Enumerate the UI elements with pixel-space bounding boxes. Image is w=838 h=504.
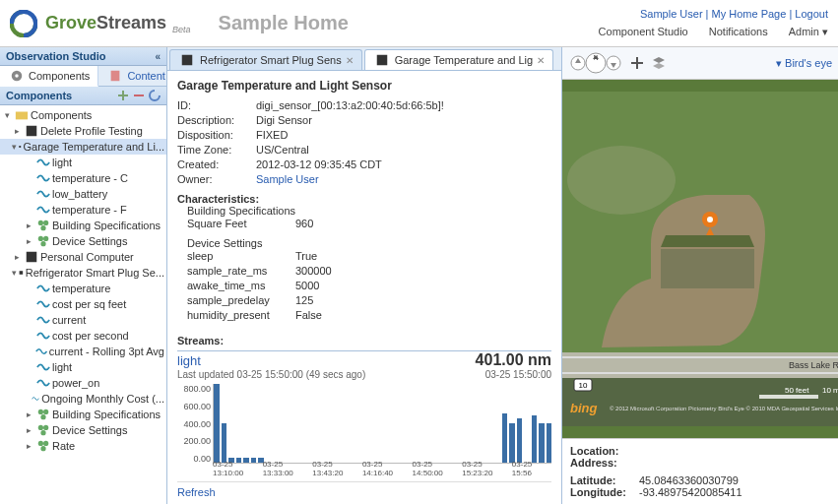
stream-icon <box>36 282 50 295</box>
tree-low-batt[interactable]: low_battery <box>0 186 166 202</box>
svg-text:Bass Lake Rd: Bass Lake Rd <box>789 360 838 370</box>
tree-cost-sqft[interactable]: cost per sq feet <box>0 296 166 312</box>
svg-rect-27 <box>376 55 387 66</box>
layers-icon[interactable] <box>651 55 667 71</box>
tree-temperature[interactable]: temperature <box>0 281 166 296</box>
tree-personal-comp[interactable]: ▸Personal Computer <box>0 249 166 265</box>
logo-wrap: GroveStreams Beta Sample Home <box>10 10 349 37</box>
close-icon[interactable]: ✕ <box>346 55 354 66</box>
stream-light-name[interactable]: light <box>177 353 201 368</box>
tree-garage[interactable]: ▾Garage Temperature and Li... <box>0 139 166 155</box>
component-tree[interactable]: ▾Components ▸Delete Profile Testing ▾Gar… <box>0 105 166 504</box>
hum-value: False <box>295 308 322 323</box>
group-icon <box>36 408 50 421</box>
svg-text:bing: bing <box>570 401 597 415</box>
tree-rate[interactable]: ▸Rate <box>0 438 166 454</box>
nav-notifications[interactable]: Notifications <box>709 26 768 37</box>
svg-text:50 feet: 50 feet <box>785 386 809 395</box>
component-icon <box>25 124 38 138</box>
stream-icon <box>36 313 50 327</box>
tree-light[interactable]: light <box>0 155 166 170</box>
stream-light-updated: Last updated 03-25 15:50:00 (49 secs ago… <box>177 369 365 380</box>
stream-icon <box>36 329 50 343</box>
stream-light: light401.00 nm Last updated 03-25 15:50:… <box>177 351 551 482</box>
tree-power-on[interactable]: power_on <box>0 375 166 391</box>
map[interactable]: Bass Lake Rd 10 50 feet10 m bing © 2012 … <box>562 80 838 438</box>
awake-value: 5000 <box>295 279 319 293</box>
tree-dev-set2[interactable]: ▸Device Settings <box>0 422 166 438</box>
owner-link[interactable]: Sample User <box>256 173 319 185</box>
tab-content-label: Content <box>127 70 165 82</box>
logout-link[interactable]: Logout <box>795 8 828 20</box>
tree-ongoing[interactable]: Ongoing Monthly Cost (... <box>0 391 166 407</box>
sqft-label: Square Feet <box>187 217 295 231</box>
tree-current[interactable]: current <box>0 312 166 328</box>
tree-delete-profile[interactable]: ▸Delete Profile Testing <box>0 123 166 139</box>
nav-component-studio[interactable]: Component Studio <box>599 26 688 37</box>
map-toolbar: N ▾ Bird's eye <box>562 47 838 80</box>
tab-content[interactable]: Content <box>98 66 174 86</box>
svg-point-20 <box>38 425 43 430</box>
svg-point-18 <box>43 410 48 414</box>
address-label: Address: <box>570 457 639 469</box>
header: GroveStreams Beta Sample Home Sample Use… <box>0 0 838 47</box>
close-icon[interactable]: ✕ <box>537 55 545 66</box>
svg-rect-15 <box>27 252 37 263</box>
characteristics-label: Characteristics: <box>177 193 551 205</box>
location-box: Location: Address: Latitude:45.084633600… <box>562 438 838 504</box>
dset-label: Device Settings <box>187 237 551 249</box>
tab-fridge[interactable]: Refrigerator Smart Plug Sens ✕ <box>169 49 362 70</box>
refresh-link[interactable]: Refresh <box>177 486 551 498</box>
zoom-icon[interactable] <box>629 55 645 71</box>
svg-rect-16 <box>20 271 24 275</box>
tree-dev-set[interactable]: ▸Device Settings <box>0 233 166 249</box>
refresh-icon[interactable] <box>149 90 161 101</box>
add-icon[interactable] <box>117 90 129 101</box>
tree-cost-sec[interactable]: cost per second <box>0 328 166 344</box>
folder-icon <box>15 108 29 122</box>
predelay-value: 125 <box>295 293 313 308</box>
svg-point-17 <box>38 410 43 414</box>
tree-fridge[interactable]: ▾Refrigerator Smart Plug Se... <box>0 265 166 281</box>
tree-root[interactable]: ▾Components <box>0 107 166 123</box>
remove-icon[interactable] <box>133 90 145 101</box>
nav-admin[interactable]: Admin ▾ <box>789 26 828 38</box>
tree-build-spec[interactable]: ▸Building Specifications <box>0 218 166 233</box>
stream-icon <box>36 203 50 217</box>
tree-current-roll[interactable]: current - Rolling 3pt Avg <box>0 344 166 359</box>
tab-components[interactable]: Components <box>0 66 98 87</box>
svg-point-22 <box>40 430 45 435</box>
tree-build-spec2[interactable]: ▸Building Specifications <box>0 407 166 422</box>
svg-point-1 <box>15 74 19 78</box>
user-link[interactable]: Sample User <box>640 8 703 20</box>
svg-point-13 <box>43 236 48 241</box>
collapse-icon[interactable]: « <box>155 51 161 62</box>
light-chart: 800.00600.00400.00200.000.00 03-25 13:10… <box>177 384 551 477</box>
stream-icon <box>35 345 47 358</box>
svg-rect-33 <box>636 57 638 69</box>
home-link[interactable]: My Home Page <box>712 8 787 20</box>
group-icon <box>36 423 50 437</box>
location-label: Location: <box>570 445 639 457</box>
svg-rect-4 <box>118 94 128 96</box>
group-icon <box>36 439 50 453</box>
tree-temp-c[interactable]: temperature - C <box>0 170 166 186</box>
lat-label: Latitude: <box>570 474 639 486</box>
desc-label: Description: <box>177 113 256 128</box>
compass-icon[interactable]: N <box>568 51 623 75</box>
top-right: Sample User | My Home Page | Logout Comp… <box>581 8 828 38</box>
tab-garage[interactable]: Garage Temperature and Lig ✕ <box>364 49 553 70</box>
tree-temp-f[interactable]: temperature - F <box>0 202 166 218</box>
lat-value: 45.08463360030799 <box>639 474 739 486</box>
beta-label: Beta <box>172 25 191 34</box>
stream-icon <box>36 187 50 201</box>
map-mode[interactable]: ▾ Bird's eye <box>776 57 832 70</box>
stream-icon <box>36 156 50 169</box>
components-header: Components <box>0 87 166 105</box>
svg-rect-5 <box>134 94 144 96</box>
tab-fridge-label: Refrigerator Smart Plug Sens <box>200 54 342 66</box>
svg-point-14 <box>40 241 45 246</box>
owner-label: Owner: <box>177 172 256 187</box>
tree-light2[interactable]: light <box>0 359 166 375</box>
stream-icon <box>36 360 50 374</box>
